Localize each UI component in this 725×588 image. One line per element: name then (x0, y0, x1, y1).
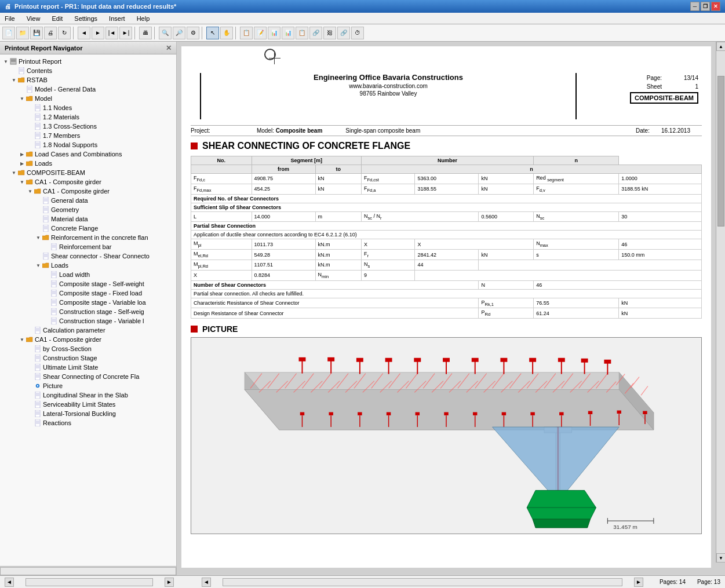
left-scroll-left[interactable]: ◄ (5, 578, 14, 587)
expand-btn-loads[interactable]: ▶ (19, 160, 25, 167)
close-button[interactable]: ✕ (711, 2, 720, 11)
tree-item-model[interactable]: ▼Model (0, 94, 176, 103)
tree-item-reactions[interactable]: Reactions (0, 418, 176, 428)
export-pdf-button[interactable]: 📋 (240, 27, 253, 39)
tree-item-ca1-girder-1[interactable]: ▼CA1 - Composite girder (0, 177, 176, 187)
expand-btn-ultimate-limit[interactable] (27, 364, 34, 371)
expand-btn-ca1-girder-2[interactable]: ▼ (27, 188, 34, 195)
scroll-thumb[interactable] (717, 76, 724, 227)
tree-item-longitudinal-shear[interactable]: Longitudinal Shear in the Slab (0, 390, 176, 400)
tree-item-composite-fixed[interactable]: Composite stage - Fixed load (0, 288, 176, 298)
tree-item-loads[interactable]: ▶Loads (0, 159, 176, 168)
menu-help[interactable]: Help (134, 14, 152, 23)
expand-btn-construction-self[interactable] (43, 308, 50, 315)
right-scrollbar[interactable]: ▲ ▼ (716, 42, 725, 563)
expand-btn-calc-param[interactable] (27, 327, 34, 334)
expand-btn-material-data[interactable] (35, 216, 42, 222)
expand-btn-ca1-girder-1[interactable]: ▼ (19, 178, 25, 185)
tree-item-reinforcement-bar[interactable]: Reinforcement bar (0, 242, 176, 251)
expand-btn-members-1-7[interactable] (27, 132, 34, 139)
expand-btn-reactions[interactable] (27, 419, 34, 426)
tree-item-nodes-1-1[interactable]: 1.1 Nodes (0, 103, 176, 112)
tree-item-nodal-1-8[interactable]: 1.8 Nodal Supports (0, 140, 176, 149)
tree-item-by-cross[interactable]: by Cross-Section (0, 344, 176, 353)
expand-btn-load-cases[interactable]: ▶ (19, 151, 25, 158)
expand-btn-contents[interactable] (10, 67, 17, 74)
tree-item-lateral-torsional[interactable]: Lateral-Torsional Buckling (0, 409, 176, 418)
left-panel-hscroll[interactable] (25, 578, 153, 586)
left-scroll-right[interactable]: ► (165, 578, 174, 587)
expand-btn-reinforcement-bar[interactable] (43, 243, 50, 250)
expand-btn-loads-section[interactable]: ▼ (35, 262, 42, 269)
open-button[interactable]: 📁 (16, 27, 29, 39)
expand-btn-composite-fixed[interactable] (43, 290, 50, 297)
print-button[interactable]: 🖶 (139, 27, 152, 39)
expand-btn-lateral-torsional[interactable] (27, 410, 34, 417)
tree-item-shear-connecting[interactable]: Shear Connecting of Concrete Fla (0, 372, 176, 381)
tree-item-general-data[interactable]: General data (0, 196, 176, 205)
expand-btn-geometry[interactable] (35, 206, 42, 213)
restore-button[interactable]: ❐ (701, 2, 710, 11)
expand-btn-rstab[interactable]: ▼ (10, 76, 17, 83)
expand-btn-construction-stage[interactable] (27, 355, 34, 361)
back-button[interactable]: ◄ (78, 27, 90, 39)
expand-btn-general-data[interactable] (35, 197, 42, 204)
tree-item-construction-stage[interactable]: Construction Stage (0, 353, 176, 363)
expand-btn-model-general[interactable] (19, 86, 25, 93)
scroll-down-button[interactable]: ▼ (716, 553, 725, 563)
menu-insert[interactable]: Insert (107, 14, 127, 23)
zoom-in-button[interactable]: 🔍 (159, 27, 172, 39)
tree-container[interactable]: ▼Printout ReportContents▼RSTABModel - Ge… (0, 54, 176, 566)
expand-btn-nodes-1-1[interactable] (27, 104, 34, 111)
tree-item-load-width[interactable]: Load width (0, 270, 176, 279)
expand-btn-ca1-results[interactable]: ▼ (19, 336, 25, 343)
tree-item-geometry[interactable]: Geometry (0, 205, 176, 214)
tree-item-picture[interactable]: Picture (0, 381, 176, 390)
link-button2[interactable]: ⛓ (323, 27, 336, 39)
expand-btn-concrete-flange[interactable] (35, 225, 42, 232)
expand-btn-picture[interactable] (27, 382, 34, 389)
tree-item-members-1-7[interactable]: 1.7 Members (0, 131, 176, 140)
export-button4[interactable]: 📋 (296, 27, 308, 39)
tree-item-cross-1-3[interactable]: 1.3 Cross-Sections (0, 122, 176, 131)
zoom-out-button[interactable]: 🔎 (173, 27, 185, 39)
expand-btn-longitudinal-shear[interactable] (27, 392, 34, 399)
menu-edit[interactable]: Edit (49, 14, 65, 23)
export-button3[interactable]: 📊 (282, 27, 294, 39)
clock-button[interactable]: ⏱ (351, 27, 364, 39)
tree-item-ca1-girder-2[interactable]: ▼CA1 - Composite girder (0, 187, 176, 196)
tree-item-printout-report[interactable]: ▼Printout Report (0, 57, 176, 66)
minimize-button[interactable]: ─ (690, 2, 700, 11)
right-panel-hscroll[interactable] (223, 578, 622, 586)
tree-item-ultimate-limit[interactable]: Ultimate Limit State (0, 363, 176, 372)
expand-btn-load-width[interactable] (43, 271, 50, 278)
expand-btn-shear-connecting[interactable] (27, 373, 34, 380)
menu-settings[interactable]: Settings (72, 14, 100, 23)
tree-item-loads-section[interactable]: ▼Loads (0, 261, 176, 270)
forward-button[interactable]: ► (92, 27, 104, 39)
expand-btn-materials-1-2[interactable] (27, 114, 34, 120)
select-button[interactable]: ↖ (206, 27, 219, 39)
expand-btn-composite-variable[interactable] (43, 299, 50, 306)
tree-item-serviceability[interactable]: Serviceability Limit States (0, 400, 176, 409)
new-button[interactable]: 📄 (2, 27, 15, 39)
tree-item-material-data[interactable]: Material data (0, 214, 176, 224)
tree-item-concrete-flange[interactable]: Concrete Flange (0, 224, 176, 233)
expand-btn-construction-variable[interactable] (43, 317, 50, 324)
tree-item-composite-beam[interactable]: ▼COMPOSITE-BEAM (0, 168, 176, 177)
expand-btn-printout-report[interactable]: ▼ (2, 58, 9, 65)
save-button[interactable]: 💾 (30, 27, 43, 39)
menu-view[interactable]: View (24, 14, 43, 23)
expand-btn-nodal-1-8[interactable] (27, 141, 34, 148)
expand-btn-shear-connector[interactable] (35, 253, 42, 260)
tree-item-load-cases[interactable]: ▶Load Cases and Combinations (0, 149, 176, 159)
tree-item-ca1-results[interactable]: ▼CA1 - Composite girder (0, 335, 176, 344)
tree-item-construction-variable[interactable]: Construction stage - Variable l (0, 316, 176, 326)
tree-item-shear-connector[interactable]: Shear connector - Shear Connecto (0, 251, 176, 261)
expand-btn-cross-1-3[interactable] (27, 123, 34, 130)
tree-item-rstab[interactable]: ▼RSTAB (0, 75, 176, 85)
panel-close-button[interactable]: ✕ (166, 44, 172, 52)
print-preview-button[interactable]: 🖨 (44, 27, 57, 39)
unlink-button[interactable]: 🔗 (337, 27, 350, 39)
right-scroll-left[interactable]: ◄ (202, 578, 211, 587)
